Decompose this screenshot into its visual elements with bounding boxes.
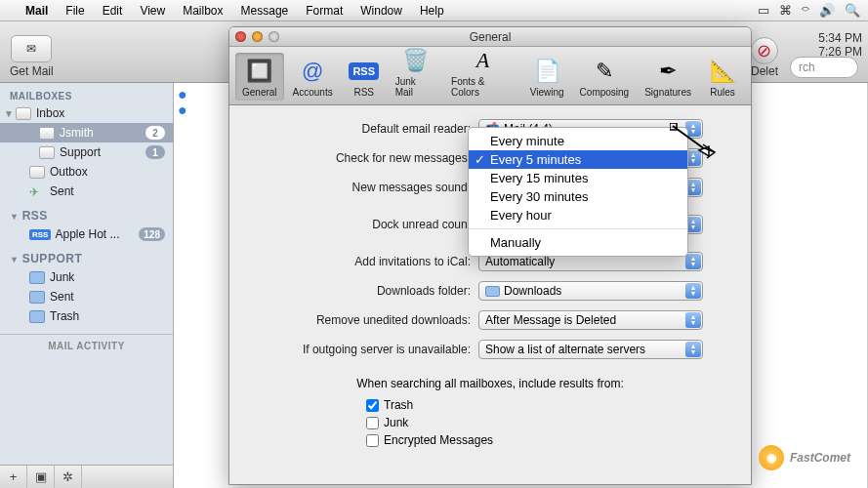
section-rss: ▼ RSS [0, 201, 173, 224]
default-reader-label: Default email reader: [249, 122, 478, 136]
sidebar-item-label: Inbox [36, 106, 64, 120]
checkbox-encrypted[interactable] [366, 434, 379, 447]
menu-option-every-hour[interactable]: Every hour [469, 206, 687, 224]
zoom-button[interactable] [269, 31, 279, 42]
remove-downloads-popup[interactable]: After Message is Deleted▲▼ [478, 310, 703, 330]
get-mail-button[interactable]: ✉︎ Get Mail [10, 35, 54, 78]
disclosure-triangle-icon[interactable]: ▼ [10, 212, 19, 222]
tab-composing[interactable]: ✎Composing [573, 53, 637, 101]
spotlight-icon[interactable]: 🔍 [845, 3, 860, 18]
menu-option-every-15-minutes[interactable]: Every 15 minutes [469, 169, 687, 187]
watermark-text: FastComet [790, 451, 850, 465]
viewing-icon: 📄 [531, 56, 562, 87]
tab-general[interactable]: 🔲General [235, 53, 284, 101]
mailbox-icon [39, 146, 55, 159]
tab-signatures[interactable]: ✒︎Signatures [638, 53, 698, 101]
menu-separator [469, 228, 687, 229]
menu-message[interactable]: Message [241, 4, 289, 18]
mail-activity-header: MAIL ACTIVITY [0, 334, 173, 357]
downloads-folder-popup[interactable]: Downloads▲▼ [478, 281, 703, 301]
menu-file[interactable]: File [65, 4, 84, 18]
menu-help[interactable]: Help [420, 4, 444, 18]
menu-view[interactable]: View [140, 4, 165, 18]
sidebar-trash[interactable]: Trash [0, 306, 173, 326]
checkbox-encrypted-row[interactable]: Encrypted Messages [366, 433, 731, 447]
sidebar-jsmith[interactable]: Jsmith 2 [0, 123, 173, 142]
sent-icon: ✈︎ [29, 185, 45, 198]
menu-option-every-minute[interactable]: Every minute [469, 132, 687, 150]
message-time: 5:34 PM [818, 31, 862, 45]
add-button[interactable]: + [0, 466, 27, 488]
outbox-icon [29, 166, 45, 179]
app-menu[interactable]: Mail [25, 4, 48, 18]
tab-junk-mail[interactable]: 🗑️Junk Mail [389, 42, 442, 101]
tab-fonts-colors[interactable]: AFonts & Colors [444, 42, 521, 101]
search-include-header: When searching all mailboxes, include re… [249, 377, 731, 390]
folder-icon [29, 310, 45, 323]
menu-edit[interactable]: Edit [103, 4, 123, 18]
outgoing-popup[interactable]: Show a list of alternate servers▲▼ [478, 340, 703, 359]
add-ical-label: Add invitations to iCal: [249, 255, 478, 268]
popup-arrows-icon: ▲▼ [685, 254, 701, 269]
menu-mailbox[interactable]: Mailbox [183, 4, 223, 18]
sidebar-support[interactable]: Support 1 [0, 142, 173, 162]
sidebar-sent[interactable]: ✈︎ Sent [0, 182, 173, 201]
action-button[interactable]: ✲ [55, 466, 82, 488]
sidebar-sent2[interactable]: Sent [0, 287, 173, 306]
close-button[interactable] [235, 31, 246, 42]
new-sound-label: New messages sound: [249, 181, 478, 194]
get-mail-label: Get Mail [10, 64, 54, 78]
unread-badge: 128 [139, 227, 165, 241]
minimize-button[interactable] [252, 31, 263, 42]
sidebar-junk[interactable]: Junk [0, 267, 173, 287]
tab-viewing[interactable]: 📄Viewing [523, 53, 571, 101]
folder-icon [29, 271, 45, 284]
inbox-icon [16, 107, 31, 120]
search-field[interactable]: rch [790, 57, 858, 78]
remove-downloads-label: Remove unedited downloads: [249, 313, 478, 327]
tab-rss[interactable]: RSSRSS [342, 53, 387, 101]
mailbox-icon [39, 127, 55, 140]
outgoing-label: If outgoing server is unavailable: [249, 343, 478, 356]
checkbox-trash-row[interactable]: Trash [366, 398, 731, 412]
menu-option-every-30-minutes[interactable]: Every 30 minutes [469, 187, 687, 206]
checkbox-junk-row[interactable]: Junk [366, 416, 731, 429]
checkbox-junk[interactable] [366, 417, 379, 429]
sidebar-item-label: Sent [50, 184, 74, 198]
envelope-icon: ✉︎ [26, 42, 36, 56]
delete-button[interactable]: ⊘ Delet [751, 37, 778, 78]
traffic-lights [235, 31, 279, 42]
dock-unread-label: Dock unread count [249, 218, 478, 231]
menu-option-manually[interactable]: Manually [469, 233, 687, 252]
sidebar-inbox[interactable]: ▼ Inbox [0, 103, 173, 123]
tab-rules[interactable]: 📐Rules [700, 53, 745, 101]
annotation-arrow [670, 123, 719, 162]
disclosure-triangle-icon[interactable]: ▼ [10, 255, 19, 264]
wifi-icon[interactable]: ⌔ [802, 3, 809, 18]
menu-option-every-5-minutes[interactable]: Every 5 minutes [469, 150, 687, 169]
message-times: 5:34 PM 7:26 PM [818, 31, 862, 59]
preferences-toolbar: 🔲General @Accounts RSSRSS 🗑️Junk Mail AF… [229, 47, 751, 105]
volume-icon[interactable]: 🔊 [819, 3, 835, 18]
check-new-label: Check for new messages: [249, 151, 478, 165]
junk-icon: 🗑️ [399, 45, 431, 76]
menu-window[interactable]: Window [360, 4, 402, 18]
bluetooth-icon[interactable]: ⌘ [779, 3, 792, 18]
message-time: 7:26 PM [818, 45, 862, 59]
sidebar-outbox[interactable]: Outbox [0, 162, 173, 182]
sidebar-apple-hot[interactable]: RSS Apple Hot ... 128 [0, 224, 173, 244]
activity-button[interactable]: ▣ [27, 466, 55, 488]
disclosure-triangle-icon[interactable]: ▼ [4, 108, 14, 119]
at-sign-icon: @ [297, 56, 328, 87]
sidebar-footer: + ▣ ✲ [0, 465, 173, 488]
checkbox-trash[interactable] [366, 399, 379, 412]
menu-format[interactable]: Format [306, 4, 343, 18]
unread-badge: 2 [145, 126, 165, 140]
tab-accounts[interactable]: @Accounts [286, 53, 340, 101]
sidebar: MAILBOXES ▼ Inbox Jsmith 2 Support 1 Out… [0, 83, 174, 488]
folder-icon [29, 291, 45, 304]
downloads-folder-label: Downloads folder: [249, 284, 478, 298]
battery-icon[interactable]: ▭ [758, 3, 769, 18]
sidebar-item-label: Apple Hot ... [55, 227, 119, 241]
section-support: ▼ SUPPORT [0, 244, 173, 267]
